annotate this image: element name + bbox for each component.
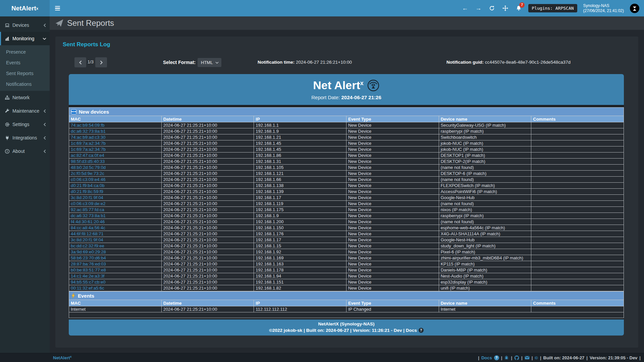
sidebar-item-monitoring[interactable]: Monitoring	[0, 32, 50, 45]
table-row: 84:cc:a8:4a:56:4c2024-06-27 21:25:21+10:…	[69, 225, 624, 231]
mac-address-link[interactable]: 28:87:ba:76:ed:03	[71, 261, 106, 266]
sidebar-item-notifications[interactable]: Notifications	[0, 79, 50, 89]
mail-icon[interactable]	[525, 356, 530, 360]
bug-report-icon[interactable]	[504, 355, 509, 360]
cell-ip: 192.168.1.163	[254, 261, 346, 267]
column-header-ip: IP	[254, 300, 346, 306]
mac-address-link[interactable]: 1c:69:7a:a2:34:7b	[71, 147, 106, 152]
statusbar-brand[interactable]: NetAlertx	[53, 355, 72, 360]
mac-address-link[interactable]: 3a:9d:69:e0:29:28	[71, 249, 106, 254]
mac-address-link[interactable]: d0:21:f9:b4:ca:0b	[71, 183, 104, 188]
cell-ip: 192.168.1.45	[254, 140, 346, 146]
format-select[interactable]: HTML	[198, 58, 221, 67]
mac-address-link[interactable]: 74:ac:b9:54:09:fb	[71, 123, 104, 128]
cell-datetime: 2024-06-27 21:25:21+10:00	[161, 153, 254, 159]
next-report-button[interactable]	[95, 57, 107, 67]
laptop-icon	[5, 23, 10, 28]
avatar[interactable]	[630, 4, 639, 13]
cell-datetime: 2024-06-27 21:25:21+10:00	[161, 249, 254, 255]
mac-address-link[interactable]: 48:b0:2d:5c:79:0d	[71, 165, 106, 170]
mac-address-link[interactable]: bc:dd:c2:32:f9:ee	[71, 243, 104, 248]
mac-address-link[interactable]: 3c:8d:20:f1:9f:04	[71, 195, 103, 200]
cell-event-type: New Device	[346, 249, 439, 255]
copyright-icon[interactable]: ©	[535, 355, 538, 360]
help-icon[interactable]: ?	[419, 328, 424, 333]
cell-event-type: New Device	[346, 128, 439, 134]
netalertx-logo-icon	[367, 79, 380, 92]
cell-ip: 192.168.1.175	[254, 207, 346, 213]
sidebar-item-events[interactable]: Events	[0, 57, 50, 68]
sidebar-item-sent-reports[interactable]: Sent Reports	[0, 68, 50, 79]
mac-address-link[interactable]: dc:a6:32:73:8a:b1	[71, 129, 106, 134]
mac-address-link[interactable]: b0:be:83:51:77:e8	[71, 267, 106, 273]
cell-device-name: Nest-Audio (IP match)	[439, 273, 531, 279]
github-icon[interactable]	[514, 355, 519, 360]
mac-address-link[interactable]: 58:b6:23:70:d6:b4	[71, 255, 106, 260]
sidebar-item-settings[interactable]: Settings	[0, 118, 50, 131]
move-button[interactable]	[501, 5, 509, 12]
cell-datetime: 2024-06-27 21:25:21+10:00	[161, 146, 254, 153]
sidebar-item-integrations[interactable]: Integrations	[0, 131, 50, 144]
cell-comments	[531, 255, 624, 261]
cell-event-type: New Device	[346, 255, 439, 261]
cell-ip: 192.168.1.139	[254, 189, 346, 195]
sidebar-item-about[interactable]: About	[0, 144, 50, 158]
cell-device-name: X4G-AU-SHA1114A (IP match)	[439, 231, 531, 237]
mac-address-link[interactable]: f4:4d:30:61:20:46	[71, 219, 105, 224]
cell-event-type: New Device	[346, 219, 439, 225]
table-row: 58:b6:23:70:d6:b42024-06-27 21:25:21+10:…	[69, 255, 624, 261]
mac-address-link[interactable]: ac:82:47:ca:0f:e4	[71, 153, 104, 158]
help-icon[interactable]: ?	[494, 355, 499, 360]
mac-address-link[interactable]: 74:ac:b9:ad:c3:30	[71, 135, 105, 140]
sidebar-item-presence[interactable]: Presence	[0, 47, 50, 57]
mac-address-link[interactable]: c0:06:c3:09:de:e2	[71, 201, 105, 206]
previous-report-button[interactable]	[74, 57, 86, 67]
mac-address-link[interactable]: 84:cc:a8:4a:56:4c	[71, 225, 105, 230]
cell-mac: 2c:f0:5d:9e:73:2c	[69, 171, 162, 177]
docs-link[interactable]: Docs	[481, 355, 492, 360]
mac-address-link[interactable]: 92:ac:85:77:fd:ca	[71, 207, 104, 212]
sidebar-item-maintenance[interactable]: Maintenance	[0, 104, 50, 118]
cell-comments	[531, 189, 624, 195]
forward-button[interactable]: →	[475, 5, 482, 12]
table-row: dc:a6:32:73:8a:b12024-06-27 21:25:21+10:…	[69, 213, 624, 219]
sidebar-item-devices[interactable]: Devices	[0, 18, 50, 32]
mac-address-link[interactable]: c0:06:c3:09:e4:46	[71, 177, 105, 182]
cell-datetime: 2024-06-27 21:25:21+10:00	[161, 285, 254, 291]
cell-device-name: (name not found)	[439, 201, 531, 207]
mac-address-link[interactable]: 44:6f:f8:12:68:71	[71, 231, 104, 236]
cell-mac: 1c:69:7a:a2:34:7b	[69, 140, 162, 146]
sidebar-item-network[interactable]: Network	[0, 91, 50, 104]
mac-address-link[interactable]: d0:21:f9:8c:59:f9	[71, 189, 103, 194]
mac-address-link[interactable]: 3c:8d:20:f1:9f:04	[71, 237, 103, 242]
mac-address-link[interactable]: 00:11:32:ef:a5:6c	[71, 286, 104, 291]
mac-address-link[interactable]: 1c:69:7a:a2:34:7b	[71, 141, 106, 146]
chevron-left-icon	[43, 136, 46, 140]
mac-address-link[interactable]: 14:c1:4e:2e:a3:3f	[71, 274, 104, 279]
app-logo[interactable]: NetAlertx	[0, 0, 50, 16]
sent-reports-log-link[interactable]: Sent Reports Log	[63, 41, 638, 48]
mac-address-link[interactable]: 98:5f:d3:d5:40:33	[71, 159, 105, 164]
cell-event-type: New Device	[346, 177, 439, 183]
cell-event-type: New Device	[346, 153, 439, 159]
refresh-button[interactable]	[488, 5, 495, 12]
cell-device-name: raspberrypi (IP match)	[439, 213, 531, 219]
table-row: 3a:9d:69:e0:29:282024-06-27 21:25:21+10:…	[69, 249, 624, 255]
chevron-left-icon	[43, 109, 46, 113]
sidebar-toggle-button[interactable]	[50, 0, 65, 16]
cell-datetime: 2024-06-27 21:25:21+10:00	[161, 195, 254, 201]
cell-comments	[531, 165, 624, 171]
version-info: Version: 21:39:05 - Dev	[590, 355, 637, 360]
cell-comments	[531, 183, 624, 189]
cell-ip: 192.168.1.138	[254, 183, 346, 189]
cell-ip: 192.168.1.86	[254, 153, 346, 159]
notifications-button[interactable]: 7	[515, 5, 522, 12]
mac-address-link[interactable]: dc:a6:32:73:8a:b1	[71, 213, 106, 218]
table-row: 74:ac:b9:54:09:fb2024-06-27 21:25:21+10:…	[69, 122, 624, 128]
back-button[interactable]: ←	[461, 5, 469, 12]
cell-datetime: 2024-06-27 21:25:21+10:00	[161, 165, 254, 171]
mac-address-link[interactable]: 94:b5:55:c7:cb:e0	[71, 280, 105, 285]
sidebar: Devices Monitoring Presence Events Sent …	[0, 16, 50, 353]
table-row: dc:a6:32:73:8a:b12024-06-27 21:25:21+10:…	[69, 128, 624, 134]
mac-address-link[interactable]: 2c:f0:5d:9e:73:2c	[71, 171, 104, 176]
